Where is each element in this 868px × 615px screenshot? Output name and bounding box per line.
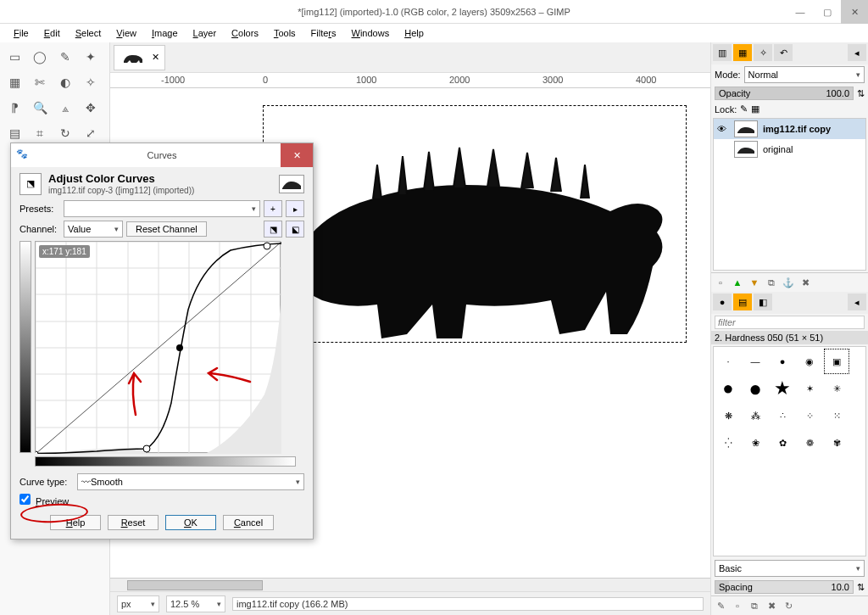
brush-item[interactable]: ·: [715, 349, 741, 374]
add-preset-button[interactable]: +: [264, 200, 282, 217]
brush-item[interactable]: ❁: [797, 430, 822, 456]
channels-tab-icon[interactable]: ▦: [733, 44, 752, 61]
menu-edit[interactable]: Edit: [37, 26, 67, 40]
dock-menu-icon[interactable]: ◂: [848, 294, 866, 310]
presets-combo[interactable]: [64, 200, 260, 217]
brush-filter-input[interactable]: [715, 316, 865, 329]
delete-layer-icon[interactable]: ✖: [798, 276, 812, 289]
preview-checkbox[interactable]: PPreviewreview: [19, 494, 69, 506]
scissors-tool[interactable]: ✄: [29, 71, 51, 93]
minimize-button[interactable]: —: [787, 0, 814, 24]
curve-graph[interactable]: x:171 y:181: [35, 241, 281, 453]
blend-mode-combo[interactable]: Normal: [744, 66, 865, 83]
menu-colors[interactable]: Colors: [225, 26, 265, 40]
rect-select-tool[interactable]: ▭: [3, 46, 25, 68]
opacity-stepper[interactable]: ⇅: [857, 88, 865, 99]
spacing-slider[interactable]: Spacing 10.0: [715, 580, 854, 594]
menu-image[interactable]: Image: [145, 26, 185, 40]
duplicate-layer-icon[interactable]: ⧉: [765, 276, 778, 289]
dialog-close-button[interactable]: ✕: [281, 143, 313, 167]
layer-row[interactable]: original: [714, 139, 865, 159]
ok-button[interactable]: OK: [165, 515, 216, 530]
brush-item[interactable]: ❀: [743, 430, 768, 456]
align-tool[interactable]: ▤: [3, 122, 25, 144]
brush-item[interactable]: ✿: [770, 430, 795, 456]
opacity-slider[interactable]: Opacity 100.0: [715, 87, 854, 100]
maximize-button[interactable]: ▢: [814, 0, 841, 24]
raise-layer-icon[interactable]: ▲: [731, 276, 744, 289]
menu-layer[interactable]: Layer: [186, 26, 224, 40]
undo-tab-icon[interactable]: ↶: [774, 44, 793, 61]
paths-tool[interactable]: ✧: [80, 71, 102, 93]
brush-item[interactable]: ⁂: [743, 403, 768, 428]
brush-preset-combo[interactable]: Basic: [715, 560, 865, 577]
horizontal-scrollbar[interactable]: [110, 578, 710, 591]
reset-channel-button[interactable]: Reset Channel: [126, 221, 207, 237]
menu-windows[interactable]: Windows: [345, 26, 397, 40]
menu-view[interactable]: View: [109, 26, 143, 40]
unit-combo[interactable]: px: [117, 595, 159, 612]
brush-tab-icon[interactable]: ●: [713, 294, 732, 310]
menu-select[interactable]: Select: [69, 26, 108, 40]
brush-item[interactable]: ●: [715, 376, 741, 401]
color-select-tool[interactable]: ▦: [3, 71, 25, 93]
ellipse-select-tool[interactable]: ◯: [29, 46, 51, 68]
paths-tab-icon[interactable]: ✧: [754, 44, 772, 61]
crop-tool[interactable]: ⌗: [29, 122, 51, 144]
dup-brush-icon[interactable]: ⧉: [748, 599, 761, 612]
preset-menu-button[interactable]: ▸: [286, 200, 304, 217]
brush-item[interactable]: ❋: [715, 403, 741, 428]
channel-combo[interactable]: Value: [64, 221, 123, 238]
dock-menu-icon[interactable]: ◂: [848, 44, 866, 61]
image-tab[interactable]: ✕: [114, 45, 165, 70]
brush-item[interactable]: —: [743, 349, 768, 374]
layer-row[interactable]: 👁 img112.tif copy: [714, 119, 865, 139]
brush-item[interactable]: ▣: [824, 349, 849, 374]
menu-filters[interactable]: Filters: [304, 26, 343, 40]
dialog-titlebar[interactable]: 🐾 Curves ✕: [11, 143, 313, 167]
brush-item[interactable]: ⁙: [824, 403, 849, 428]
brush-item[interactable]: ★: [770, 376, 795, 401]
new-layer-icon[interactable]: ▫: [714, 276, 727, 289]
menu-file[interactable]: FFileile: [7, 26, 36, 40]
brush-item[interactable]: ✳: [824, 376, 849, 401]
brush-item[interactable]: ✾: [824, 430, 849, 456]
lock-alpha-icon[interactable]: ▦: [751, 103, 760, 115]
refresh-brush-icon[interactable]: ↻: [782, 599, 795, 612]
cancel-button[interactable]: Cancel: [223, 515, 274, 530]
picker-tool[interactable]: ⁋: [3, 97, 25, 119]
foreground-tool[interactable]: ◐: [54, 71, 76, 93]
hist-linear-button[interactable]: ⬔: [264, 221, 282, 238]
measure-tool[interactable]: ⟁: [54, 97, 76, 119]
anchor-layer-icon[interactable]: ⚓: [782, 276, 795, 289]
layers-tab-icon[interactable]: ▥: [713, 44, 732, 61]
lower-layer-icon[interactable]: ▼: [748, 276, 761, 289]
visibility-icon[interactable]: 👁: [717, 124, 729, 134]
brush-item[interactable]: ✶: [797, 376, 822, 401]
close-button[interactable]: ✕: [841, 0, 868, 24]
brush-item[interactable]: ∴: [770, 403, 795, 428]
zoom-tool[interactable]: 🔍: [29, 97, 51, 119]
move-tool[interactable]: ✥: [80, 97, 102, 119]
brush-item[interactable]: ⁛: [715, 430, 741, 456]
del-brush-icon[interactable]: ✖: [765, 599, 778, 612]
edit-brush-icon[interactable]: ✎: [714, 599, 727, 612]
spacing-stepper[interactable]: ⇅: [857, 582, 865, 593]
brush-item[interactable]: ●: [770, 349, 795, 374]
help-button[interactable]: Help: [50, 515, 101, 530]
rotate-tool[interactable]: ↻: [54, 122, 76, 144]
gradient-tab-icon[interactable]: ◧: [754, 294, 772, 310]
tab-close-icon[interactable]: ✕: [152, 52, 159, 63]
curvetype-combo[interactable]: 〰 Smooth: [77, 473, 304, 490]
lock-pixels-icon[interactable]: ✎: [740, 103, 748, 115]
pattern-tab-icon[interactable]: ▤: [733, 294, 752, 310]
zoom-combo[interactable]: 12.5 %: [166, 595, 225, 612]
menu-help[interactable]: Help: [398, 26, 431, 40]
scale-tool[interactable]: ⤢: [80, 122, 102, 144]
brush-item[interactable]: ◉: [797, 349, 822, 374]
brush-item[interactable]: ⁘: [797, 403, 822, 428]
brush-item[interactable]: ●: [743, 376, 768, 401]
menu-tools[interactable]: Tools: [267, 26, 303, 40]
hist-log-button[interactable]: ⬕: [286, 221, 304, 238]
lasso-tool[interactable]: ✎: [54, 46, 76, 68]
